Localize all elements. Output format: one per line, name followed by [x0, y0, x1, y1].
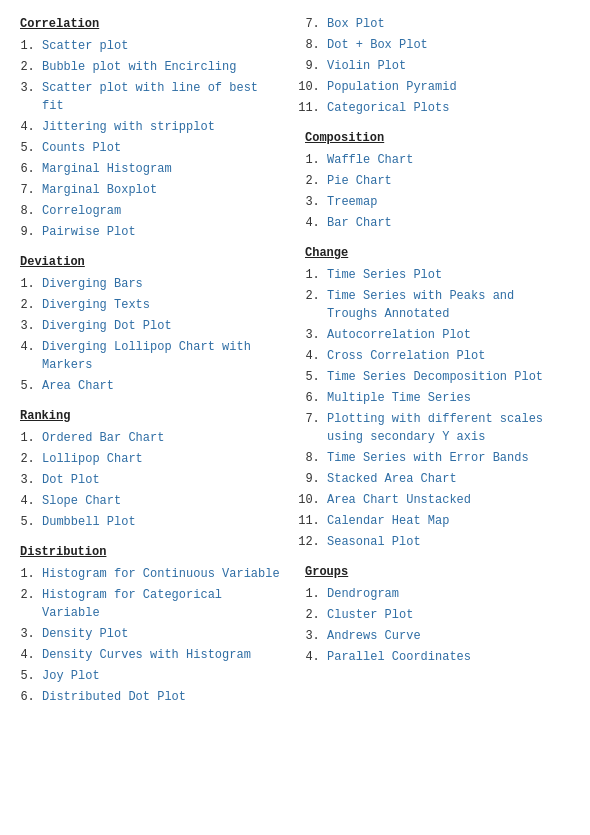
right-column: Box PlotDot + Box PlotViolin PlotPopulat…	[300, 10, 575, 715]
list-item: Histogram for Categorical Variable	[42, 586, 285, 622]
list-item: Diverging Texts	[42, 296, 285, 314]
section-title-correlation: Correlation	[20, 17, 285, 31]
list-item: Area Chart	[42, 377, 285, 395]
list-item-link[interactable]: Pie Chart	[327, 174, 392, 188]
list-item-link[interactable]: Dendrogram	[327, 587, 399, 601]
list-item-link[interactable]: Diverging Lollipop Chart with Markers	[42, 340, 251, 372]
list-item: Scatter plot with line of best fit	[42, 79, 285, 115]
list-item: Marginal Boxplot	[42, 181, 285, 199]
list-item: Scatter plot	[42, 37, 285, 55]
list-item: Categorical Plots	[327, 99, 570, 117]
list-item-link[interactable]: Violin Plot	[327, 59, 406, 73]
list-item-link[interactable]: Density Plot	[42, 627, 128, 641]
list-item-link[interactable]: Slope Chart	[42, 494, 121, 508]
list-item: Counts Plot	[42, 139, 285, 157]
list-item-link[interactable]: Diverging Texts	[42, 298, 150, 312]
list-item: Cluster Plot	[327, 606, 570, 624]
list-item-link[interactable]: Population Pyramid	[327, 80, 457, 94]
list-item-link[interactable]: Dot Plot	[42, 473, 100, 487]
list-item-link[interactable]: Scatter plot	[42, 39, 128, 53]
list-item-link[interactable]: Counts Plot	[42, 141, 121, 155]
list-item: Histogram for Continuous Variable	[42, 565, 285, 583]
list-item: Pie Chart	[327, 172, 570, 190]
list-item: Waffle Chart	[327, 151, 570, 169]
list-item: Dot + Box Plot	[327, 36, 570, 54]
section-list: Scatter plotBubble plot with EncirclingS…	[20, 37, 285, 241]
list-item: Slope Chart	[42, 492, 285, 510]
list-item: Ordered Bar Chart	[42, 429, 285, 447]
list-item-link[interactable]: Andrews Curve	[327, 629, 421, 643]
list-item-link[interactable]: Diverging Dot Plot	[42, 319, 172, 333]
list-item-link[interactable]: Marginal Boxplot	[42, 183, 157, 197]
list-item: Time Series Decomposition Plot	[327, 368, 570, 386]
list-item: Seasonal Plot	[327, 533, 570, 551]
list-item-link[interactable]: Jittering with stripplot	[42, 120, 215, 134]
list-item: Plotting with different scales using sec…	[327, 410, 570, 446]
list-item: Density Plot	[42, 625, 285, 643]
list-item-link[interactable]: Area Chart	[42, 379, 114, 393]
list-item: Area Chart Unstacked	[327, 491, 570, 509]
list-item-link[interactable]: Histogram for Categorical Variable	[42, 588, 222, 620]
list-item-link[interactable]: Correlogram	[42, 204, 121, 218]
section-list: Box PlotDot + Box PlotViolin PlotPopulat…	[305, 15, 570, 117]
list-item-link[interactable]: Parallel Coordinates	[327, 650, 471, 664]
list-item: Diverging Bars	[42, 275, 285, 293]
list-item: Time Series Plot	[327, 266, 570, 284]
list-item-link[interactable]: Cross Correlation Plot	[327, 349, 485, 363]
list-item-link[interactable]: Histogram for Continuous Variable	[42, 567, 280, 581]
list-item-link[interactable]: Seasonal Plot	[327, 535, 421, 549]
list-item: Density Curves with Histogram	[42, 646, 285, 664]
list-item-link[interactable]: Pairwise Plot	[42, 225, 136, 239]
list-item: Calendar Heat Map	[327, 512, 570, 530]
list-item-link[interactable]: Bar Chart	[327, 216, 392, 230]
list-item-link[interactable]: Treemap	[327, 195, 377, 209]
list-item: Time Series with Error Bands	[327, 449, 570, 467]
list-item-link[interactable]: Calendar Heat Map	[327, 514, 449, 528]
list-item-link[interactable]: Lollipop Chart	[42, 452, 143, 466]
list-item: Treemap	[327, 193, 570, 211]
list-item-link[interactable]: Box Plot	[327, 17, 385, 31]
list-item-link[interactable]: Categorical Plots	[327, 101, 449, 115]
list-item: Violin Plot	[327, 57, 570, 75]
list-item-link[interactable]: Time Series Decomposition Plot	[327, 370, 543, 384]
list-item: Bar Chart	[327, 214, 570, 232]
list-item: Stacked Area Chart	[327, 470, 570, 488]
list-item: Dot Plot	[42, 471, 285, 489]
list-item: Autocorrelation Plot	[327, 326, 570, 344]
list-item-link[interactable]: Dumbbell Plot	[42, 515, 136, 529]
section-list: DendrogramCluster PlotAndrews CurveParal…	[305, 585, 570, 666]
list-item-link[interactable]: Density Curves with Histogram	[42, 648, 251, 662]
list-item: Parallel Coordinates	[327, 648, 570, 666]
list-item-link[interactable]: Marginal Histogram	[42, 162, 172, 176]
list-item-link[interactable]: Waffle Chart	[327, 153, 413, 167]
list-item: Lollipop Chart	[42, 450, 285, 468]
list-item-link[interactable]: Dot + Box Plot	[327, 38, 428, 52]
list-item: Bubble plot with Encircling	[42, 58, 285, 76]
list-item-link[interactable]: Stacked Area Chart	[327, 472, 457, 486]
list-item: Andrews Curve	[327, 627, 570, 645]
list-item: Correlogram	[42, 202, 285, 220]
list-item: Time Series with Peaks and Troughs Annot…	[327, 287, 570, 323]
list-item-link[interactable]: Time Series with Peaks and Troughs Annot…	[327, 289, 514, 321]
list-item-link[interactable]: Bubble plot with Encircling	[42, 60, 236, 74]
section-list: Ordered Bar ChartLollipop ChartDot PlotS…	[20, 429, 285, 531]
list-item-link[interactable]: Time Series with Error Bands	[327, 451, 529, 465]
list-item-link[interactable]: Area Chart Unstacked	[327, 493, 471, 507]
list-item-link[interactable]: Distributed Dot Plot	[42, 690, 186, 704]
list-item-link[interactable]: Scatter plot with line of best fit	[42, 81, 258, 113]
list-item-link[interactable]: Multiple Time Series	[327, 391, 471, 405]
list-item: Pairwise Plot	[42, 223, 285, 241]
section-title-composition: Composition	[305, 131, 570, 145]
list-item-link[interactable]: Cluster Plot	[327, 608, 413, 622]
list-item-link[interactable]: Plotting with different scales using sec…	[327, 412, 543, 444]
section-title-change: Change	[305, 246, 570, 260]
section-list: Time Series PlotTime Series with Peaks a…	[305, 266, 570, 551]
list-item-link[interactable]: Time Series Plot	[327, 268, 442, 282]
list-item-link[interactable]: Joy Plot	[42, 669, 100, 683]
list-item-link[interactable]: Autocorrelation Plot	[327, 328, 471, 342]
section-list: Diverging BarsDiverging TextsDiverging D…	[20, 275, 285, 395]
section-title-distribution: Distribution	[20, 545, 285, 559]
list-item: Distributed Dot Plot	[42, 688, 285, 706]
list-item-link[interactable]: Ordered Bar Chart	[42, 431, 164, 445]
list-item-link[interactable]: Diverging Bars	[42, 277, 143, 291]
